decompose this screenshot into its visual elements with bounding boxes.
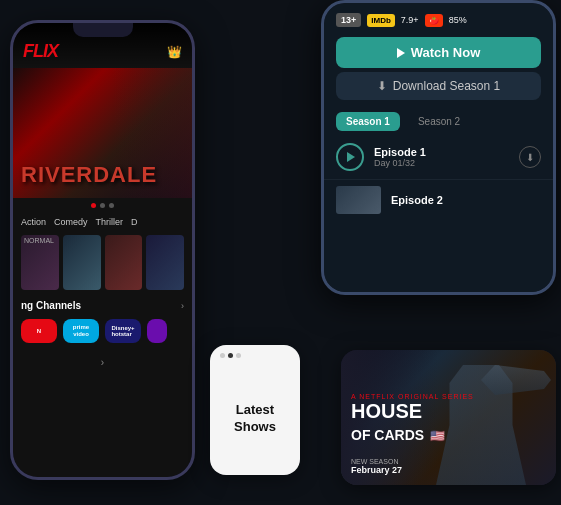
channels-section: ng Channels › — [13, 294, 192, 315]
dot-1 — [91, 203, 96, 208]
ep1-subtitle: Day 01/32 — [374, 158, 509, 168]
dot-3 — [109, 203, 114, 208]
card-dots — [210, 345, 300, 362]
carousel-dots — [13, 198, 192, 213]
card-dot-1 — [220, 353, 225, 358]
thumb-2[interactable] — [63, 235, 101, 290]
ep2-info: Episode 2 — [391, 194, 541, 206]
crown-icon: 👑 — [167, 45, 182, 59]
notch — [73, 23, 133, 37]
season-tabs[interactable]: Season 1 Season 2 — [324, 104, 553, 135]
house-of-cards-card[interactable]: A NETFLIX ORIGINAL SERIES HOUSE of Cards… — [341, 350, 556, 485]
hoc-plane-shape — [481, 365, 551, 395]
thumb-label-1: NORMAL — [21, 235, 59, 246]
prime-channel[interactable]: primevideo — [63, 319, 99, 343]
chevron-down-icon: › — [101, 357, 104, 368]
bottom-chevron[interactable]: › — [13, 347, 192, 375]
ep1-download-button[interactable]: ⬇ — [519, 146, 541, 168]
hero-banner: RIVERDALE — [13, 68, 192, 198]
thumb-4[interactable] — [146, 235, 184, 290]
imdb-score: 7.9+ — [401, 15, 419, 25]
watch-now-button[interactable]: Watch Now — [336, 37, 541, 68]
right-phone: 13+ IMDb 7.9+ 🍅 85% Watch Now ⬇ Download… — [321, 0, 556, 295]
disney-channel[interactable]: Disney+hotstar — [105, 319, 141, 343]
rt-badge: 🍅 — [425, 14, 443, 27]
hoc-new-season: NEW SEASON February 27 — [351, 458, 402, 475]
netflix-logo: FLIX — [23, 41, 58, 62]
age-rating-badge: 13+ — [336, 13, 361, 27]
rating-bar: 13+ IMDb 7.9+ 🍅 85% — [324, 3, 553, 33]
channel-logos: N primevideo Disney+hotstar — [13, 315, 192, 347]
netflix-channel[interactable]: N — [21, 319, 57, 343]
hoc-text-block: A NETFLIX ORIGINAL SERIES HOUSE of Cards… — [351, 392, 474, 443]
latest-shows-label: Latest Shows — [234, 402, 276, 436]
rt-score: 85% — [449, 15, 467, 25]
card-dot-3 — [236, 353, 241, 358]
hoc-title: HOUSE of Cards 🇺🇸 — [351, 399, 474, 443]
right-phone-inner: 13+ IMDb 7.9+ 🍅 85% Watch Now ⬇ Download… — [324, 3, 553, 292]
left-phone: FLIX 👑 RIVERDALE Action Comedy Thriller … — [10, 20, 195, 480]
other-channel[interactable] — [147, 319, 167, 343]
show-title: RIVERDALE — [21, 162, 157, 188]
ep1-play-button[interactable] — [336, 143, 364, 171]
cat-action[interactable]: Action — [21, 217, 46, 227]
ep2-title: Episode 2 — [391, 194, 541, 206]
cat-comedy[interactable]: Comedy — [54, 217, 88, 227]
ep1-info: Episode 1 Day 01/32 — [374, 146, 509, 168]
watch-now-label: Watch Now — [411, 45, 481, 60]
thumb-1[interactable]: NORMAL — [21, 235, 59, 290]
ep2-thumbnail — [336, 186, 381, 214]
card-content: Latest Shows — [210, 362, 300, 475]
hoc-flag: 🇺🇸 — [430, 428, 445, 442]
cat-more[interactable]: D — [131, 217, 138, 227]
download-icon: ⬇ — [377, 79, 387, 93]
ep1-play-icon — [347, 152, 355, 162]
hoc-background: A NETFLIX ORIGINAL SERIES HOUSE of Cards… — [341, 350, 556, 485]
chevron-right-icon[interactable]: › — [181, 301, 184, 311]
card-dot-2 — [228, 353, 233, 358]
download-label: Download Season 1 — [393, 79, 500, 93]
play-icon — [397, 48, 405, 58]
ep1-title: Episode 1 — [374, 146, 509, 158]
hoc-netflix-label: A NETFLIX ORIGINAL SERIES — [351, 392, 474, 399]
hoc-date: February 27 — [351, 465, 402, 475]
episode-2-item[interactable]: Episode 2 — [324, 180, 553, 220]
thumbnails-row: NORMAL — [13, 231, 192, 294]
season-1-tab[interactable]: Season 1 — [336, 112, 400, 131]
download-season-button[interactable]: ⬇ Download Season 1 — [336, 72, 541, 100]
category-tabs[interactable]: Action Comedy Thriller D — [13, 213, 192, 231]
season-2-tab[interactable]: Season 2 — [408, 112, 470, 131]
imdb-badge: IMDb — [367, 14, 395, 27]
latest-shows-card[interactable]: Latest Shows — [210, 345, 300, 475]
thumb-3[interactable] — [105, 235, 143, 290]
episode-1-item[interactable]: Episode 1 Day 01/32 ⬇ — [324, 135, 553, 180]
dot-2 — [100, 203, 105, 208]
hoc-new-label: NEW SEASON — [351, 458, 402, 465]
channels-title: ng Channels — [21, 300, 81, 311]
cat-thriller[interactable]: Thriller — [96, 217, 124, 227]
left-phone-inner: FLIX 👑 RIVERDALE Action Comedy Thriller … — [13, 23, 192, 477]
